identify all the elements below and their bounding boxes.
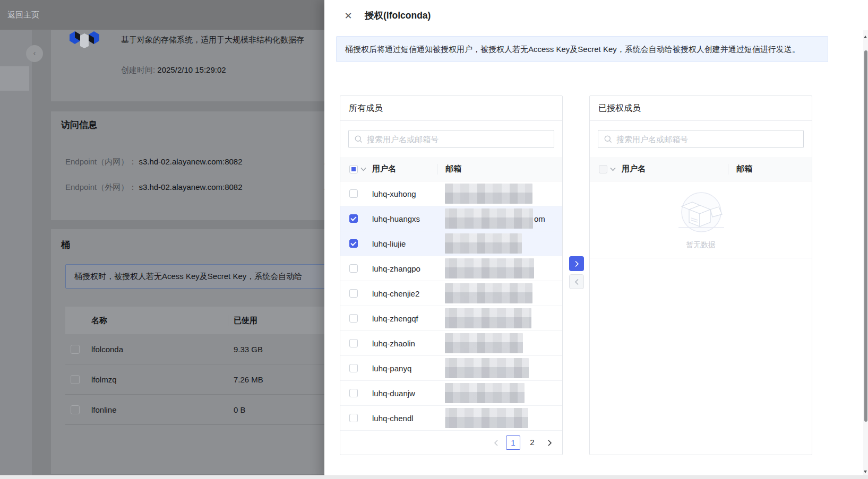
close-icon[interactable]: ✕ [342,10,354,22]
horizontal-scrollbar[interactable] [0,475,868,479]
endpoint-internal-row: Endpoint（内网）： s3.hd-02.alayanew.com:8082… [65,157,243,167]
drawer-notice: 桶授权后将通过短信通知被授权用户，被授权人若无Access Key及Secret… [336,36,828,62]
back-home-link[interactable]: 返回主页 [7,0,39,30]
email-column-header: 邮箱 [437,164,562,175]
email-redacted-blur [445,184,532,204]
move-left-button[interactable] [569,274,584,289]
authorized-members-panel: 已授权成员 用户名 邮箱 [589,95,812,455]
member-row[interactable]: luhq-liujie [340,231,562,256]
email-redacted-blur [445,233,522,254]
bucket-row-checkbox[interactable] [71,375,80,384]
member-email [437,358,562,378]
username-column-header: 用户名 [372,164,437,174]
bucket-name: lfonline [91,405,117,414]
sidebar-active-item[interactable] [0,66,29,91]
sidebar-collapse-button[interactable]: ‹ [26,45,43,62]
email-redacted-blur [445,208,533,229]
scroll-up-arrow[interactable] [864,36,867,38]
member-checkbox[interactable] [349,264,358,273]
pagination: 12 [340,431,562,455]
bucket-name: lfolmzq [91,375,117,384]
email-column-header: 邮箱 [728,164,812,175]
authorized-members-search[interactable] [598,130,804,148]
chevron-right-icon [574,260,579,267]
next-page-button[interactable] [544,438,555,448]
member-row[interactable]: luhq-zhaolin [340,331,562,356]
member-checkbox[interactable] [349,239,358,248]
username-column-header: 用户名 [622,164,728,174]
bucket-row-checkbox[interactable] [71,405,80,414]
member-row[interactable]: luhq-chendl [340,406,562,431]
email-redacted-blur [445,258,534,278]
page-2-button[interactable]: 2 [525,436,539,450]
select-all-checkbox[interactable] [349,165,358,173]
prev-page-button[interactable] [491,438,501,448]
page-1-button[interactable]: 1 [506,436,520,450]
member-checkbox[interactable] [349,314,358,323]
member-checkbox[interactable] [349,364,358,372]
member-email [437,233,562,254]
member-email [437,283,562,303]
member-row[interactable]: luhq-duanjw [340,381,562,406]
bucket-used: 0 B [234,405,246,414]
member-checkbox[interactable] [349,389,358,397]
empty-box-icon [675,189,726,238]
authorize-drawer: ✕ 授权(lfolconda) 桶授权后将通过短信通知被授权用户，被授权人若无A… [324,0,868,479]
member-email [437,333,562,353]
chevron-left-icon [574,278,579,285]
all-members-panel: 所有成员 用户名 邮箱 [340,95,563,455]
bucket-row-checkbox[interactable] [71,345,80,354]
drawer-title: 授权(lfolconda) [365,9,431,22]
created-time: 创建时间: 2025/2/10 15:29:02 [121,65,226,75]
member-email [437,184,562,204]
member-username: luhq-duanjw [372,389,437,398]
member-checkbox[interactable] [349,289,358,298]
email-redacted-blur [445,408,528,428]
bucket-used: 9.33 GB [234,345,263,354]
screen: 返回主页 ‹ 基于对象的存储系统，适用于大规模非结构化数据存 创建时间: 202… [0,0,868,479]
member-row[interactable]: luhq-zhengqf [340,306,562,331]
authorized-empty-area [590,258,812,455]
member-username: luhq-chendl [372,414,437,423]
select-all-checkbox-disabled[interactable] [599,165,607,173]
all-members-search[interactable] [348,130,554,148]
member-row[interactable]: luhq-chenjie2 [340,281,562,306]
member-checkbox[interactable] [349,189,358,198]
member-row[interactable]: luhq-zhangpo [340,256,562,281]
transfer-controls [569,256,584,289]
member-row[interactable]: luhq-panyq [340,356,562,381]
authorized-table-header: 用户名 邮箱 [590,157,812,181]
member-username: luhq-zhangpo [372,264,437,273]
member-email: om [437,208,562,229]
search-input[interactable] [367,135,548,144]
member-email [437,308,562,328]
all-members-title: 所有成员 [340,96,562,121]
member-row[interactable]: luhq-huangxs om [340,206,562,231]
member-checkbox[interactable] [349,214,358,223]
sidebar [0,30,32,479]
member-email [437,383,562,403]
all-members-table-header: 用户名 邮箱 [340,157,562,181]
scroll-down-arrow[interactable] [864,471,867,473]
member-username: luhq-chenjie2 [372,289,437,298]
email-redacted-blur [445,283,532,303]
email-redacted-blur [445,333,523,353]
member-checkbox[interactable] [349,339,358,347]
empty-state: 暂无数据 [590,181,812,258]
member-email [437,258,562,278]
empty-state-text: 暂无数据 [686,240,716,250]
scrollbar-thumb[interactable] [864,50,867,422]
move-right-button[interactable] [569,256,584,271]
vertical-scrollbar[interactable] [863,30,868,475]
column-divider [228,315,228,326]
chevron-down-icon[interactable] [610,167,616,171]
search-input[interactable] [616,135,797,144]
member-checkbox[interactable] [349,414,358,422]
search-icon [604,135,612,143]
member-row[interactable]: luhq-xuhong [340,181,562,206]
member-username: luhq-liujie [372,239,437,248]
member-username: luhq-zhengqf [372,314,437,323]
chevron-down-icon[interactable] [360,167,366,171]
email-redacted-blur [445,358,529,378]
email-redacted-blur [445,383,525,403]
